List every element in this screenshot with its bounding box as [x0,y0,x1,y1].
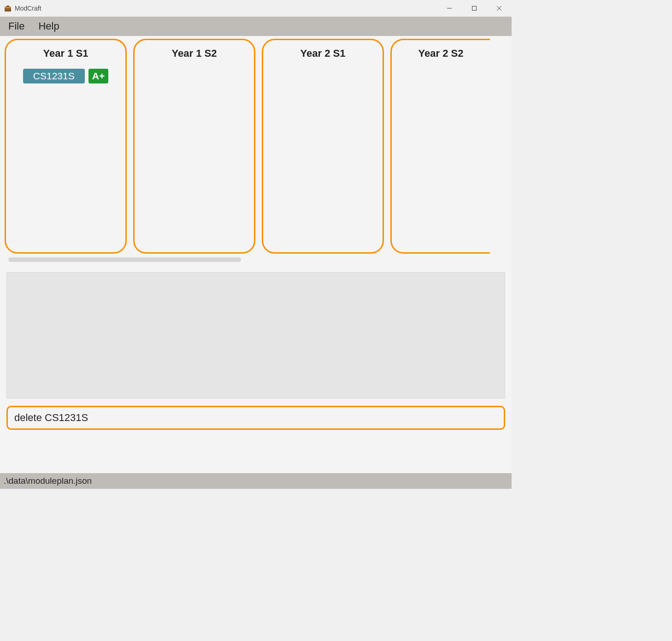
svg-rect-4 [472,6,477,11]
semester-title: Year 1 S1 [43,47,88,59]
module-chip[interactable]: CS1231S [23,69,85,83]
semesters-row: Year 1 S1 CS1231S A+ Year 1 S2 Year 2 S1… [0,39,512,254]
titlebar-left: ModCraft [4,4,41,12]
scrollbar-thumb[interactable] [8,257,241,262]
semester-card-y2s2: Year 2 S2 [390,39,490,254]
statusbar: .\data\moduleplan.json [0,473,512,489]
semester-title: Year 2 S1 [301,47,346,59]
main-area: Year 1 S1 CS1231S A+ Year 1 S2 Year 2 S1… [0,36,512,473]
app-title: ModCraft [15,5,41,12]
svg-rect-0 [5,8,11,12]
command-input[interactable] [6,406,505,430]
horizontal-scrollbar[interactable] [8,257,503,263]
statusbar-path: .\data\moduleplan.json [4,476,92,486]
menu-help[interactable]: Help [35,18,62,34]
svg-rect-2 [6,6,9,7]
titlebar: ModCraft [0,0,512,17]
close-button[interactable] [487,0,512,17]
semester-title: Year 2 S2 [419,47,464,59]
semester-card-y1s1: Year 1 S1 CS1231S A+ [5,39,127,254]
minimize-button[interactable] [437,0,462,17]
command-input-wrap [6,406,505,430]
module-row: CS1231S A+ [23,69,108,83]
semester-card-y2s1: Year 2 S1 [262,39,384,254]
menubar: File Help [0,17,512,36]
menu-file[interactable]: File [6,18,27,34]
window-controls [437,0,512,17]
semester-card-y1s2: Year 1 S2 [133,39,255,254]
output-panel [6,272,505,398]
maximize-button[interactable] [462,0,487,17]
semester-title: Year 1 S2 [172,47,217,59]
app-icon [4,4,12,12]
grade-chip: A+ [88,69,108,83]
